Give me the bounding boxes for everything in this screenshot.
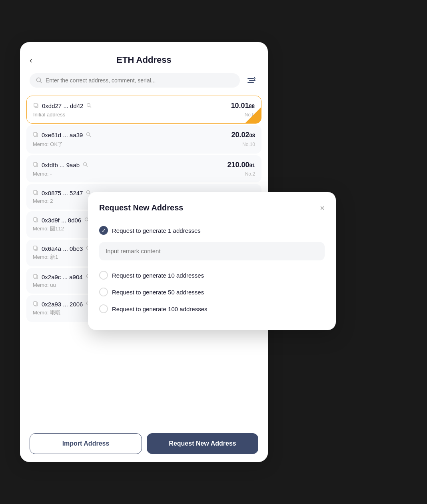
address-text: 0x0875 ... 5247: [42, 190, 83, 196]
radio-label: Request to generate 50 addresses: [112, 289, 204, 296]
svg-line-8: [90, 106, 91, 107]
filter-button[interactable]: [245, 74, 258, 87]
address-text: 0xfdfb ... 9aab: [42, 162, 80, 168]
request-new-address-modal: Request New Address × ✓ Request to gener…: [88, 192, 336, 330]
address-search-icon[interactable]: [86, 103, 92, 109]
copy-icon[interactable]: [33, 301, 38, 308]
address-text: 0xe61d ... aa39: [42, 132, 83, 138]
copy-icon[interactable]: [33, 102, 39, 109]
modal-title: Request New Address: [99, 203, 183, 212]
svg-rect-26: [34, 246, 37, 250]
radio-label: Request to generate 1 addresses: [112, 227, 201, 234]
radio-option[interactable]: Request to generate 50 addresses: [99, 284, 325, 300]
memo-text: Initial address: [33, 112, 65, 118]
address-text: 0x2a93 ... 2006: [42, 301, 83, 308]
radio-check-icon: ✓: [102, 228, 106, 234]
svg-rect-18: [34, 190, 37, 194]
svg-rect-30: [34, 274, 37, 278]
modal-options: ✓ Request to generate 1 addresses Reques…: [99, 222, 325, 317]
memo-text: Memo: 新1: [33, 254, 58, 261]
memo-text: Memo: -: [33, 171, 52, 177]
copy-icon[interactable]: [33, 132, 38, 138]
request-new-address-button[interactable]: Request New Address: [147, 433, 258, 454]
active-indicator: [245, 107, 261, 123]
memo-text: Memo: 2: [33, 198, 53, 204]
back-button[interactable]: ‹: [30, 56, 32, 65]
page-title: ETH Address: [116, 55, 171, 65]
search-icon: [36, 77, 42, 84]
radio-circle: ✓: [99, 226, 108, 235]
svg-rect-14: [34, 162, 37, 166]
svg-rect-22: [34, 218, 37, 221]
remark-input[interactable]: [106, 248, 318, 254]
copy-icon[interactable]: [33, 190, 38, 196]
search-bar: [30, 73, 258, 88]
address-item[interactable]: 0xdd27 ... dd42 10.0188 Initial address …: [26, 96, 261, 124]
header: ‹ ETH Address: [20, 42, 268, 73]
copy-icon[interactable]: [33, 274, 38, 280]
copy-icon[interactable]: [33, 162, 38, 168]
radio-option[interactable]: ✓ Request to generate 1 addresses: [99, 222, 325, 239]
address-item[interactable]: 0xe61d ... aa39 20.0208 Memo: OK了 No.10: [26, 125, 261, 154]
address-search-icon[interactable]: [83, 162, 88, 168]
radio-option[interactable]: Request to generate 10 addresses: [99, 267, 325, 284]
no-badge: No.10: [242, 142, 255, 147]
filter-icon: [247, 76, 256, 84]
copy-icon[interactable]: [33, 217, 38, 224]
memo-text: Memo: 哦哦: [33, 309, 60, 316]
radio-label: Request to generate 100 addresses: [112, 306, 208, 312]
memo-text: Memo: uu: [33, 282, 56, 288]
address-text: 0x2a9c ... a904: [42, 274, 83, 280]
svg-rect-10: [34, 132, 37, 136]
address-text: 0x3d9f ... 8d06: [42, 217, 81, 224]
radio-option[interactable]: Request to generate 100 addresses: [99, 300, 325, 317]
radio-circle: [99, 271, 108, 280]
radio-circle: [99, 288, 108, 296]
svg-rect-6: [34, 103, 37, 107]
address-item[interactable]: 0xfdfb ... 9aab 210.0091 Memo: - No.2: [26, 155, 261, 182]
svg-rect-34: [34, 302, 37, 305]
svg-line-16: [86, 165, 88, 166]
address-text: 0xdd27 ... dd42: [42, 102, 83, 109]
memo-text: Memo: OK了: [33, 141, 63, 148]
address-text: 0x6a4a ... 0be3: [42, 245, 83, 252]
no-badge: No.2: [245, 171, 255, 177]
radio-label: Request to generate 10 addresses: [112, 272, 204, 279]
remark-input-wrap: [99, 242, 325, 260]
address-search-icon[interactable]: [86, 132, 91, 138]
radio-circle: [99, 304, 108, 313]
amount: 210.0091: [227, 161, 255, 169]
amount: 20.0208: [231, 131, 255, 139]
svg-line-1: [40, 82, 42, 83]
search-input[interactable]: [46, 77, 233, 84]
search-input-wrap: [30, 73, 240, 88]
bottom-bar: Import Address Request New Address: [20, 425, 268, 462]
import-address-button[interactable]: Import Address: [30, 433, 142, 454]
modal-header: Request New Address ×: [99, 203, 325, 212]
copy-icon[interactable]: [33, 245, 38, 252]
modal-close-button[interactable]: ×: [320, 204, 325, 212]
memo-text: Memo: 圆112: [33, 225, 64, 232]
svg-line-12: [90, 135, 91, 136]
